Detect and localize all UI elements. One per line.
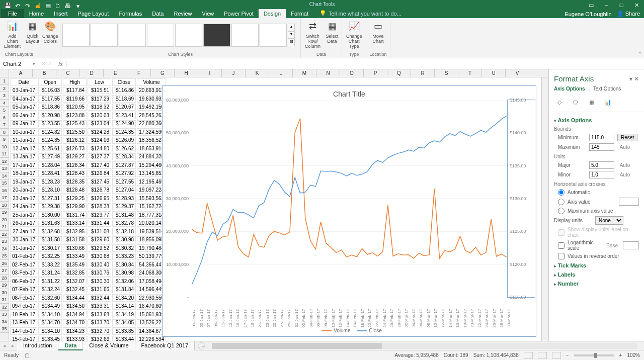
row-header[interactable]: 22 (0, 231, 9, 238)
cell[interactable]: $133.14 (63, 220, 87, 227)
cell[interactable]: $127.37 (88, 153, 111, 161)
row-header[interactable]: 14 (0, 172, 9, 180)
cell[interactable]: $126.84 (88, 170, 111, 177)
chart-style-6[interactable] (203, 24, 230, 47)
cell[interactable]: 09-Feb-17 (10, 303, 37, 310)
chart-legend[interactable]: Volume Close (163, 328, 536, 333)
row-header[interactable]: 28 (0, 275, 9, 282)
column-header[interactable]: C (56, 69, 80, 77)
tab-home[interactable]: Home (24, 9, 49, 18)
cell[interactable]: $130.76 (88, 269, 111, 277)
header-cell[interactable]: Low (88, 78, 111, 86)
cell[interactable]: $132.06 (112, 278, 136, 285)
cell[interactable]: $134.14 (112, 303, 136, 310)
cell[interactable]: $131.48 (112, 211, 136, 219)
view-page-layout-icon[interactable] (538, 352, 547, 359)
cell[interactable]: $131.84 (112, 286, 136, 294)
cell[interactable]: $133.45 (38, 336, 62, 341)
column-header[interactable]: V (506, 69, 529, 77)
cell[interactable]: 01-Feb-17 (10, 253, 37, 260)
row-header[interactable]: 2 (0, 85, 9, 93)
cell[interactable]: $133.70 (88, 319, 111, 327)
view-page-break-icon[interactable] (552, 352, 561, 359)
cell[interactable]: 11-Jan-17 (10, 137, 37, 144)
display-units-select[interactable]: None (595, 216, 623, 225)
column-header[interactable]: H (175, 69, 198, 77)
cell[interactable]: $123.55 (38, 120, 62, 128)
row-header[interactable]: 17 (0, 194, 9, 202)
section-tick-marks[interactable]: Tick Marks (554, 260, 639, 269)
select-all-corner[interactable] (0, 69, 9, 77)
cell[interactable]: $132.44 (88, 294, 111, 302)
cell[interactable]: 04-Jan-17 (10, 95, 37, 103)
cell[interactable]: $134.44 (63, 294, 87, 302)
cell[interactable]: $128.93 (112, 195, 136, 202)
cell[interactable]: $120.03 (88, 112, 111, 119)
chart-style-2[interactable] (91, 24, 118, 47)
cell[interactable]: 07-Feb-17 (10, 286, 37, 294)
cell[interactable]: $133.31 (88, 303, 111, 310)
cell[interactable]: $131.58 (38, 236, 62, 244)
cell[interactable]: $126.95 (88, 195, 111, 202)
log-scale-check[interactable]: Logarithmic scaleBase (554, 239, 639, 252)
cell[interactable]: $132.95 (63, 228, 87, 235)
cell[interactable]: 05-Jan-17 (10, 104, 37, 111)
cell[interactable]: $132.78 (112, 220, 136, 227)
share-button[interactable]: 👤 Share (617, 11, 640, 17)
sheet-tab-facebook-q1-2017[interactable]: Facebook Q1 2017 (135, 341, 195, 350)
cell[interactable]: $118.86 (38, 104, 62, 111)
header-cell[interactable]: Close (112, 78, 136, 86)
cell[interactable]: $127.55 (112, 178, 136, 186)
cell[interactable]: $131.44 (88, 220, 111, 227)
cell[interactable]: $134.19 (112, 311, 136, 318)
column-header[interactable]: L (269, 69, 293, 77)
row-header[interactable]: 20 (0, 216, 9, 224)
cell[interactable]: $133.93 (63, 336, 87, 341)
cell[interactable]: $128.35 (63, 178, 87, 186)
cell[interactable]: $134.10 (38, 311, 62, 318)
cell[interactable]: $133.85 (112, 327, 136, 335)
cell[interactable]: 14-Feb-17 (10, 327, 37, 335)
cell[interactable]: 25-Jan-17 (10, 211, 37, 219)
new-sheet-button[interactable]: + (198, 342, 205, 349)
row-header[interactable]: 30 (0, 289, 9, 297)
row-header[interactable]: 27 (0, 267, 9, 275)
cell[interactable]: $131.08 (88, 228, 111, 235)
cell[interactable]: $134.20 (112, 294, 136, 302)
switch-row-column-button[interactable]: ⇄Switch Row/ Column (303, 19, 323, 50)
row-header[interactable]: 15 (0, 179, 9, 187)
cell[interactable]: $134.50 (63, 303, 87, 310)
cell[interactable]: $131.22 (38, 278, 62, 285)
cell[interactable]: $129.90 (63, 203, 87, 211)
cell[interactable]: $131.58 (63, 236, 87, 244)
chart-style-7[interactable] (231, 24, 259, 47)
row-header[interactable]: 23 (0, 238, 9, 245)
units-minor-input[interactable] (589, 171, 614, 178)
fill-line-icon[interactable]: ◇ (554, 97, 565, 108)
row-header[interactable]: 6 (0, 114, 9, 122)
chart-style-5[interactable] (175, 24, 202, 47)
bounds-min-input[interactable] (589, 134, 614, 141)
cell[interactable]: $128.48 (63, 187, 87, 194)
row-header[interactable]: 12 (0, 158, 9, 165)
cell[interactable]: $128.43 (63, 170, 87, 177)
row-header[interactable]: 1 (0, 77, 9, 85)
row-header[interactable]: 25 (0, 252, 9, 260)
row-header[interactable]: 32 (0, 304, 9, 311)
row-header[interactable]: 13 (0, 165, 9, 172)
cell[interactable]: 13-Jan-17 (10, 153, 37, 161)
cell[interactable]: $120.98 (38, 112, 62, 119)
change-colors-button[interactable]: 🎨Change Colors (40, 19, 60, 45)
cell[interactable]: $115.51 (88, 87, 111, 95)
zoom-slider[interactable] (574, 354, 614, 356)
chart-style-8[interactable] (260, 24, 287, 47)
cell[interactable]: $134.49 (38, 303, 62, 310)
cell[interactable]: $124.90 (112, 120, 136, 128)
column-header[interactable]: S (435, 69, 458, 77)
cell[interactable]: $134.70 (38, 319, 62, 327)
cell[interactable]: $132.70 (88, 327, 111, 335)
row-header[interactable]: 31 (0, 296, 9, 304)
tab-page-layout[interactable]: Page Layout (73, 9, 114, 18)
row-header[interactable]: 8 (0, 129, 9, 136)
pane-dropdown-icon[interactable]: ▾ (629, 75, 632, 82)
